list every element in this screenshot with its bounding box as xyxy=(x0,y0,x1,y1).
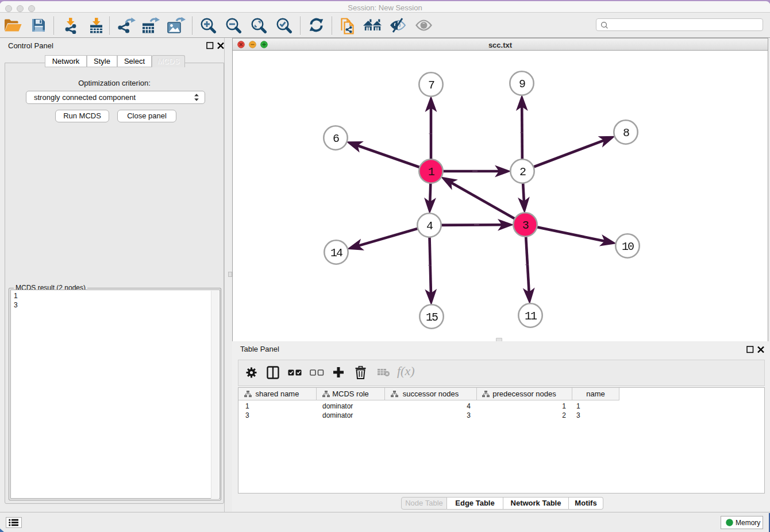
svg-text:10: 10 xyxy=(622,240,634,253)
svg-text:2: 2 xyxy=(519,165,526,179)
svg-text:14: 14 xyxy=(330,246,342,260)
svg-text:15: 15 xyxy=(426,311,438,324)
svg-text:3: 3 xyxy=(522,219,529,232)
svg-text:8: 8 xyxy=(623,126,629,140)
svg-text:11: 11 xyxy=(525,310,537,323)
svg-text:7: 7 xyxy=(428,79,434,92)
svg-text:6: 6 xyxy=(333,132,339,145)
svg-text:4: 4 xyxy=(426,219,433,233)
svg-text:9: 9 xyxy=(519,78,525,91)
